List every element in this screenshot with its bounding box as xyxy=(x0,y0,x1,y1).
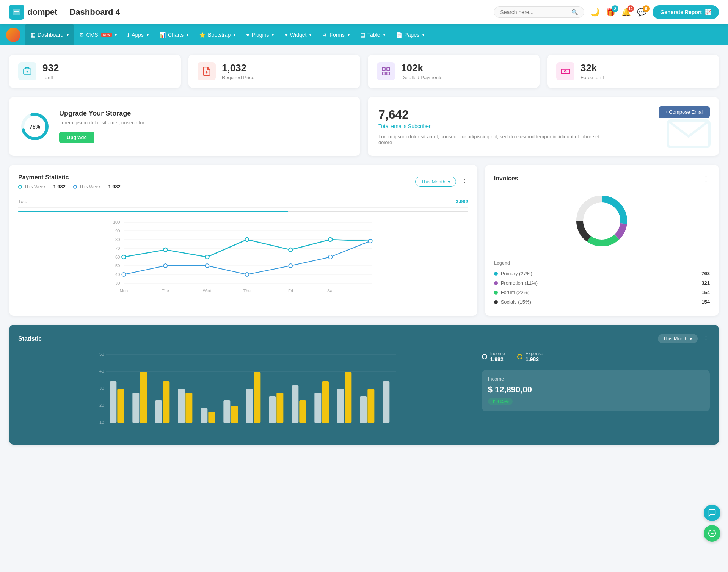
nav-item-pages[interactable]: 📄 Pages ▾ xyxy=(391,24,430,45)
cms-nav-chevron: ▾ xyxy=(115,33,117,37)
nav-item-charts[interactable]: 📊 Charts ▾ xyxy=(154,24,194,45)
svg-point-12 xyxy=(565,71,566,72)
legend-label-2: This Week xyxy=(79,184,100,190)
bootstrap-nav-icon: ⭐ xyxy=(199,32,206,38)
legend-dot-teal xyxy=(18,185,22,189)
moon-icon[interactable]: 🌙 xyxy=(590,8,600,17)
svg-point-42 xyxy=(245,273,249,276)
svg-text:60: 60 xyxy=(115,255,120,259)
stat-controls: This Month ▾ ⋮ xyxy=(658,334,710,343)
income-badge-value: +15% xyxy=(497,399,509,404)
svg-rect-8 xyxy=(382,67,385,71)
svg-text:40: 40 xyxy=(115,272,120,277)
stat-month-label: This Month xyxy=(663,336,687,342)
main-content: 932 Tariff 1,032 Required Price xyxy=(0,45,728,454)
svg-rect-11 xyxy=(387,72,390,75)
primary-value: 763 xyxy=(701,271,710,276)
search-input[interactable] xyxy=(500,9,568,15)
svg-rect-92 xyxy=(383,381,389,423)
dashboard-nav-chevron: ▾ xyxy=(67,33,69,37)
month-select[interactable]: This Month ▾ xyxy=(415,177,456,187)
statistic-header: Statistic This Month ▾ ⋮ xyxy=(18,334,710,343)
nav-item-plugins[interactable]: ♥ Plugins ▾ xyxy=(241,24,279,45)
nav-item-table[interactable]: ▤ Table ▾ xyxy=(355,24,390,45)
svg-rect-87 xyxy=(322,381,329,423)
gift-icon[interactable]: 🎁 2 xyxy=(606,8,615,17)
forum-value: 154 xyxy=(701,290,710,295)
chart-total-label: Total xyxy=(18,199,28,204)
svg-point-37 xyxy=(328,238,332,241)
svg-text:70: 70 xyxy=(115,246,120,251)
generate-report-button[interactable]: Generate Report 📈 xyxy=(653,5,719,19)
chart-more-button[interactable]: ⋮ xyxy=(461,177,468,186)
stat-side-panel: Income 1.982 Expense 1.982 Income $ xyxy=(482,351,710,436)
svg-point-32 xyxy=(122,255,126,259)
income-trend-icon: ⬆ xyxy=(492,399,496,404)
invoices-more-button[interactable]: ⋮ xyxy=(702,174,710,183)
income-box-title: Income xyxy=(488,376,704,382)
svg-rect-82 xyxy=(269,396,276,423)
bell-icon[interactable]: 🔔 12 xyxy=(621,8,631,17)
storage-donut: 75% xyxy=(20,111,50,142)
primary-legend-label: Primary (27%) xyxy=(494,271,702,276)
nav-item-dashboard[interactable]: ▦ Dashboard ▾ xyxy=(25,24,74,45)
stat-month-button[interactable]: This Month ▾ xyxy=(658,334,698,343)
income-expense-row: Income 1.982 Expense 1.982 xyxy=(482,351,710,362)
generate-report-label: Generate Report xyxy=(660,9,702,15)
chat-icon[interactable]: 💬 5 xyxy=(637,8,646,17)
nav-item-cms[interactable]: ⚙ CMS New ▾ xyxy=(74,24,122,45)
upgrade-button[interactable]: Upgrade xyxy=(59,132,94,143)
storage-description: Lorem ipsum dolor sit amet, onsectetur. xyxy=(59,120,146,125)
search-box[interactable]: 🔍 xyxy=(494,6,584,18)
chart-icon: 📈 xyxy=(705,9,711,15)
socials-dot xyxy=(494,300,498,304)
svg-rect-88 xyxy=(337,389,344,423)
nav-item-widget[interactable]: ♥ Widget ▾ xyxy=(279,24,317,45)
svg-text:30: 30 xyxy=(99,386,104,390)
payment-chart-card: Payment Statistic This Week 1.982 This W… xyxy=(9,165,477,316)
cms-nav-icon: ⚙ xyxy=(79,32,84,38)
logo: dompet xyxy=(9,5,57,20)
nav-item-forms[interactable]: 🖨 Forms ▾ xyxy=(317,24,355,45)
svg-point-43 xyxy=(289,264,292,268)
expense-dot xyxy=(517,354,522,359)
svg-text:40: 40 xyxy=(99,369,104,373)
forum-dot xyxy=(494,291,498,295)
stat-cards: 932 Tariff 1,032 Required Price xyxy=(9,55,719,88)
svg-text:50: 50 xyxy=(99,352,104,356)
gift-badge: 2 xyxy=(612,5,618,12)
svg-point-45 xyxy=(368,239,372,243)
cms-new-badge: New xyxy=(101,33,112,37)
storage-title: Upgrade Your Storage xyxy=(59,110,146,118)
charts-nav-icon: 📊 xyxy=(159,32,166,38)
promotion-dot xyxy=(494,281,498,285)
invoices-donut-svg xyxy=(571,191,632,251)
svg-text:100: 100 xyxy=(113,220,120,224)
income-ie-value: 1.982 xyxy=(490,356,505,362)
bootstrap-nav-label: Bootstrap xyxy=(208,32,231,38)
bar-chart-svg: 50 40 30 20 10 xyxy=(18,351,474,434)
apps-nav-chevron: ▾ xyxy=(147,33,149,37)
required-price-icon xyxy=(198,62,216,80)
svg-rect-85 xyxy=(299,400,306,423)
statistic-more-button[interactable]: ⋮ xyxy=(702,334,710,343)
invoice-legend-socials: Socials (15%) 154 xyxy=(494,297,710,307)
invoice-legend-forum: Forum (22%) 154 xyxy=(494,288,710,297)
nav-avatar[interactable] xyxy=(6,28,20,42)
svg-rect-76 xyxy=(201,408,207,423)
nav-item-apps[interactable]: ℹ Apps ▾ xyxy=(122,24,154,45)
nav-item-bootstrap[interactable]: ⭐ Bootstrap ▾ xyxy=(194,24,241,45)
svg-text:30: 30 xyxy=(115,281,120,285)
chart-progress xyxy=(18,211,468,212)
payment-chart-left: Payment Statistic This Week 1.982 This W… xyxy=(18,174,121,190)
svg-rect-84 xyxy=(292,385,298,423)
income-ie-label: Income xyxy=(490,351,505,356)
chart-controls: This Month ▾ ⋮ xyxy=(415,177,468,187)
payment-chart-title: Payment Statistic xyxy=(18,174,121,181)
legend-item-this-week-1: This Week xyxy=(18,184,46,190)
dashboard-nav-label: Dashboard xyxy=(38,32,64,38)
apps-nav-label: Apps xyxy=(132,32,144,38)
storage-info: Upgrade Your Storage Lorem ipsum dolor s… xyxy=(59,110,146,143)
invoices-card: Invoices ⋮ xyxy=(485,165,719,316)
forms-nav-chevron: ▾ xyxy=(348,33,350,37)
